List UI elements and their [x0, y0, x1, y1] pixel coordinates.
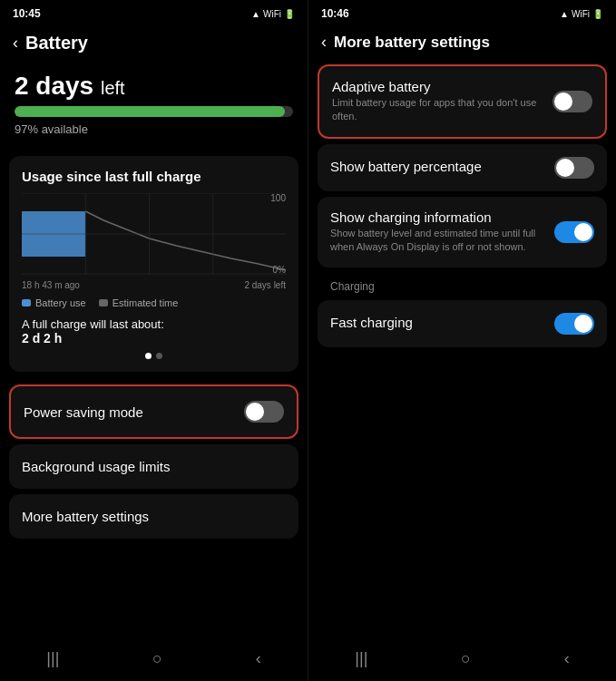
left-nav-home[interactable]: ○	[152, 649, 162, 668]
show-charging-info-item[interactable]: Show charging information Show battery l…	[318, 197, 607, 268]
battery-bar-fill	[15, 106, 285, 117]
show-battery-percentage-content: Show battery percentage	[330, 159, 545, 176]
show-battery-percentage-item[interactable]: Show battery percentage	[318, 144, 607, 191]
right-signal-icon: ▲	[560, 9, 569, 19]
right-status-icons: ▲ WiFi 🔋	[560, 9, 603, 19]
more-battery-item[interactable]: More battery settings	[9, 494, 298, 539]
show-battery-percentage-toggle[interactable]	[554, 157, 594, 179]
background-usage-label: Background usage limits	[22, 459, 170, 474]
left-signal-icon: ▲	[251, 9, 260, 19]
right-battery-icon: 🔋	[592, 9, 603, 19]
left-nav-bar: ||| ○ ‹	[0, 640, 308, 681]
fast-charging-toggle[interactable]	[554, 313, 594, 335]
right-status-bar: 10:46 ▲ WiFi 🔋	[308, 0, 616, 25]
battery-summary: 2 days left 97% available	[0, 63, 308, 151]
show-charging-info-knob	[574, 223, 592, 241]
left-status-icons: ▲ WiFi 🔋	[251, 9, 295, 19]
adaptive-battery-toggle[interactable]	[552, 91, 592, 112]
chart-time-labels: 18 h 43 m ago 2 days left	[22, 280, 286, 290]
right-nav-home[interactable]: ○	[461, 649, 471, 668]
show-charging-info-content: Show charging information Show battery l…	[330, 209, 545, 255]
right-settings-list: Adaptive battery Limit battery usage for…	[308, 61, 616, 347]
chart-label-100: 100	[270, 193, 286, 203]
left-battery-icon: 🔋	[284, 9, 295, 19]
left-time: 10:45	[13, 7, 41, 20]
battery-use-dot	[22, 299, 31, 306]
estimated-time-dot	[99, 299, 108, 306]
show-battery-percentage-title: Show battery percentage	[330, 159, 545, 174]
adaptive-battery-subtitle: Limit battery usage for apps that you do…	[332, 96, 543, 124]
right-back-button[interactable]: ‹	[321, 33, 327, 52]
estimated-time-label: Estimated time	[112, 297, 179, 308]
left-status-bar: 10:45 ▲ WiFi 🔋	[0, 0, 308, 25]
left-nav-back[interactable]: ‹	[256, 649, 261, 668]
adaptive-battery-content: Adaptive battery Limit battery usage for…	[332, 79, 543, 124]
show-charging-info-subtitle: Show battery level and estimated time un…	[330, 227, 545, 255]
show-charging-info-title: Show charging information	[330, 209, 545, 225]
right-nav-bar: ||| ○ ‹	[308, 640, 616, 681]
chart-label-0: 0%	[273, 265, 286, 275]
right-header: ‹ More battery settings	[308, 25, 616, 61]
legend-estimated-time: Estimated time	[99, 297, 179, 308]
usage-card: Usage since last full charge 100 0% 18 h…	[9, 156, 298, 372]
adaptive-battery-toggle-knob	[554, 92, 572, 111]
chart-start-label: 18 h 43 m ago	[22, 280, 80, 290]
charging-section-label: Charging	[318, 273, 607, 295]
right-page-title: More battery settings	[334, 34, 490, 52]
more-battery-label: More battery settings	[22, 509, 149, 524]
power-saving-item[interactable]: Power saving mode	[9, 384, 298, 439]
background-usage-item[interactable]: Background usage limits	[9, 444, 298, 489]
left-panel: 10:45 ▲ WiFi 🔋 ‹ Battery 2 days left 97%…	[0, 0, 308, 681]
full-charge-value: 2 d 2 h	[22, 331, 286, 345]
show-charging-info-toggle[interactable]	[554, 221, 594, 243]
left-wifi-icon: WiFi	[263, 9, 281, 19]
battery-available-text: 97% available	[15, 122, 293, 136]
adaptive-battery-title: Adaptive battery	[332, 79, 543, 94]
full-charge-label: A full charge will last about:	[22, 317, 286, 331]
right-nav-back[interactable]: ‹	[564, 649, 570, 668]
right-nav-recent[interactable]: |||	[355, 649, 367, 668]
fast-charging-title: Fast charging	[330, 315, 545, 330]
usage-title: Usage since last full charge	[22, 169, 286, 184]
left-settings-list: Power saving mode Background usage limit…	[9, 384, 298, 539]
carousel-dot-1	[145, 353, 152, 359]
legend-battery-use: Battery use	[22, 297, 86, 308]
chart-legend: Battery use Estimated time	[22, 297, 286, 308]
left-header: ‹ Battery	[0, 25, 308, 63]
fast-charging-item[interactable]: Fast charging	[318, 300, 607, 347]
usage-chart	[22, 193, 286, 275]
power-saving-label: Power saving mode	[24, 404, 143, 420]
fast-charging-knob	[574, 315, 592, 333]
adaptive-battery-item[interactable]: Adaptive battery Limit battery usage for…	[318, 64, 607, 139]
right-wifi-icon: WiFi	[572, 9, 590, 19]
chart-area: 100 0%	[22, 193, 286, 275]
power-saving-toggle[interactable]	[244, 401, 284, 423]
fast-charging-content: Fast charging	[330, 315, 545, 332]
left-back-button[interactable]: ‹	[13, 34, 18, 53]
show-battery-percentage-knob	[556, 159, 574, 177]
power-saving-toggle-knob	[246, 403, 264, 421]
battery-bar	[15, 106, 293, 117]
right-time: 10:46	[321, 7, 349, 20]
left-page-title: Battery	[25, 33, 88, 54]
chart-end-label: 2 days left	[244, 280, 286, 290]
right-panel: 10:46 ▲ WiFi 🔋 ‹ More battery settings A…	[308, 0, 616, 681]
left-nav-recent[interactable]: |||	[46, 649, 59, 668]
battery-days: 2 days left	[15, 72, 293, 101]
battery-use-label: Battery use	[35, 297, 86, 308]
carousel-dots	[22, 353, 286, 359]
carousel-dot-2	[156, 353, 162, 359]
